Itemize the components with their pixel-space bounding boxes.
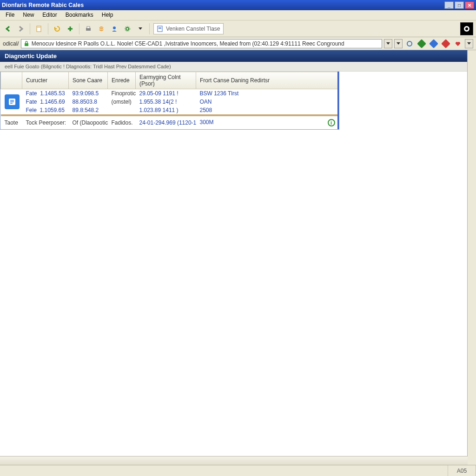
menu-help[interactable]: Help (98, 10, 117, 20)
cell: 300M i (196, 116, 339, 129)
table-row[interactable]: Fele 1.1059.65 89.8:548.2 1.023.89 1411 … (1, 106, 339, 114)
brand-badge (460, 22, 473, 35)
svg-rect-1 (37, 27, 40, 27)
svg-point-13 (465, 27, 468, 30)
new-doc-icon[interactable] (34, 24, 44, 34)
menu-file[interactable]: File (2, 10, 18, 20)
cell: Fele (26, 107, 37, 113)
address-label: odical/ (3, 40, 19, 47)
window-titlebar: Dionfaris Remote Rabic Cales _ □ ✕ (0, 0, 476, 10)
diagnostic-panel: Curucter Sone Caare Enrede Earmyging Col… (0, 72, 339, 130)
cell: 1.1485.53 (40, 90, 65, 97)
lock-icon (23, 40, 30, 47)
cell: OAN (196, 98, 339, 106)
heart-icon[interactable] (453, 39, 463, 49)
cell: 29.05-09 1191 ! (136, 89, 196, 98)
diamond-green-icon[interactable] (416, 39, 427, 49)
toolbar-separator (79, 23, 79, 34)
cell: 1.1059.65 (40, 107, 65, 113)
content-area: Diagnortic Update eell Fuie Goato (Bilgn… (0, 50, 476, 465)
window-maximize-button[interactable]: □ (455, 1, 464, 9)
cell: Fadidos. (108, 116, 136, 129)
svg-rect-11 (159, 28, 161, 29)
reload-icon[interactable] (404, 39, 415, 49)
col-earm[interactable]: Earmyging Colnt (Psor) (136, 72, 196, 89)
toolbar-separator (30, 23, 30, 34)
cell: (omstel) (108, 98, 136, 106)
svg-point-4 (99, 26, 104, 31)
cell: Tock Peerposer: (22, 116, 69, 129)
svg-point-6 (113, 26, 116, 29)
svg-rect-10 (159, 27, 161, 28)
cell: Finoprotic (108, 89, 136, 98)
document-icon (5, 94, 20, 109)
statusbar: A05 (0, 465, 476, 476)
svg-rect-0 (37, 26, 41, 32)
table-footer-row[interactable]: Taote Tock Peerposer: Of (Dlaopootic Fad… (1, 116, 339, 129)
dropdown-icon[interactable] (135, 24, 145, 34)
table-header-row: Curucter Sone Caare Enrede Earmyging Col… (1, 72, 339, 89)
window-minimize-button[interactable]: _ (444, 1, 454, 9)
back-icon[interactable] (3, 24, 13, 34)
cell: 2508 (196, 106, 339, 114)
section-subcaption: eell Fuie Goato (Bilgnotic ! Dlagnootis:… (0, 62, 468, 72)
menu-editor[interactable]: Editor (39, 10, 60, 20)
window-title: Dionfaris Remote Rabic Cales (2, 2, 443, 8)
cell: Of (Dlaopootic (69, 116, 108, 129)
cell: Fate (26, 99, 37, 105)
page-icon (157, 26, 163, 32)
cell (108, 106, 136, 114)
cell: 24-01-294.969 (1120-1 (136, 116, 196, 129)
col-curucter[interactable]: Curucter (22, 72, 69, 89)
globe-icon[interactable] (96, 24, 106, 34)
status-left (0, 465, 448, 476)
address-go-dropdown[interactable] (394, 39, 403, 48)
cell: 93:9:098.5 (69, 89, 108, 98)
cell: 1.1465.69 (40, 99, 65, 105)
cell: 1.023.89 1411 ) (136, 106, 196, 114)
svg-point-7 (126, 27, 129, 30)
menubar: File New Editor Bookmarks Help (0, 10, 476, 20)
table-row[interactable]: Fate 1.1485.53 93:9:098.5 Finoprotic 29.… (1, 89, 339, 98)
cell: Fate (26, 90, 37, 97)
cell: 1.955.38 14(2 ! (136, 98, 196, 106)
row-icon-cell (1, 89, 22, 115)
cell: BSW 1236 Tlrst (196, 89, 339, 98)
address-extra-dropdown[interactable] (465, 39, 473, 48)
svg-point-15 (407, 41, 412, 46)
plus-icon[interactable] (65, 24, 75, 34)
gear-icon[interactable] (122, 24, 132, 34)
diamond-red-icon[interactable] (441, 39, 451, 49)
toolbar-chip-label: Venken Canstel Tlase (166, 26, 220, 32)
table-row[interactable]: Fate 1.1465.69 88.8503.8 (omstel) 1.955.… (1, 98, 339, 106)
toolbar-chip[interactable]: Venken Canstel Tlase (153, 23, 224, 34)
status-right: A05 (448, 465, 476, 476)
info-icon[interactable]: i (328, 119, 335, 126)
address-text: Menocuv Idesince R Paolls O.L.L. Noole! … (32, 40, 344, 47)
col-frort[interactable]: Frort Canse Daning Redirtsr (196, 72, 339, 89)
col-sone[interactable]: Sone Caare (69, 72, 108, 89)
menu-new[interactable]: New (19, 10, 38, 20)
cell: 89.8:548.2 (69, 106, 108, 114)
toolbar-separator (48, 23, 48, 34)
print-icon[interactable] (83, 24, 93, 34)
svg-rect-14 (25, 43, 28, 46)
window-close-button[interactable]: ✕ (465, 1, 474, 9)
forward-icon[interactable] (16, 24, 26, 34)
col-enrede[interactable]: Enrede (108, 72, 136, 89)
cell: 88.8503.8 (69, 98, 108, 106)
col-icon[interactable] (1, 72, 22, 89)
user-icon[interactable] (109, 24, 119, 34)
menu-bookmarks[interactable]: Bookmarks (62, 10, 97, 20)
toolbar: Venken Canstel Tlase (0, 20, 476, 37)
diamond-blue-icon[interactable] (429, 39, 439, 49)
toolbar-separator (149, 23, 150, 34)
address-history-dropdown[interactable] (384, 39, 392, 48)
address-bar: odical/ Menocuv Idesince R Paolls O.L.L.… (0, 37, 476, 50)
address-input[interactable]: Menocuv Idesince R Paolls O.L.L. Noole! … (21, 39, 382, 48)
cell: Taote (1, 116, 22, 129)
refresh-icon[interactable] (52, 24, 62, 34)
svg-rect-3 (87, 26, 90, 28)
diagnostic-table: Curucter Sone Caare Enrede Earmyging Col… (0, 72, 339, 129)
section-header: Diagnortic Update (0, 50, 468, 62)
